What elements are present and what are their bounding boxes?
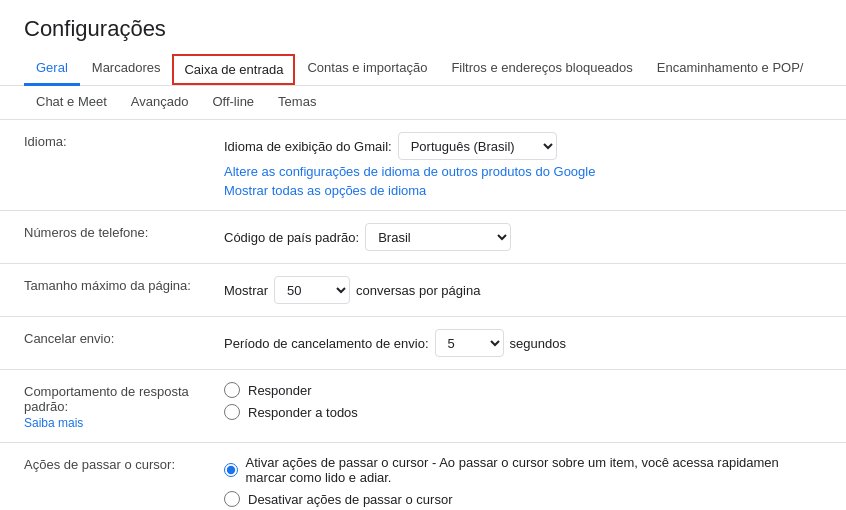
radio-ativar-label: Ativar ações de passar o cursor - Ao pas…	[246, 455, 822, 485]
radio-desativar-label: Desativar ações de passar o cursor	[248, 492, 452, 507]
acoes-radio-group: Ativar ações de passar o cursor - Ao pas…	[224, 455, 822, 507]
radio-ativar[interactable]: Ativar ações de passar o cursor - Ao pas…	[224, 455, 822, 485]
tab-chat-e-meet[interactable]: Chat e Meet	[24, 86, 119, 120]
cancelar-select[interactable]: 5 10 20 30	[435, 329, 504, 357]
label-tamanho: Tamanho máximo da página:	[24, 276, 224, 293]
idioma-sublabel: Idioma de exibição do Gmail:	[224, 139, 392, 154]
tamanho-select[interactable]: 10 15 20 25 50 100	[274, 276, 350, 304]
label-idioma: Idioma:	[24, 132, 224, 149]
cancelar-prefix: Período de cancelamento de envio:	[224, 336, 429, 351]
label-acoes: Ações de passar o cursor:	[24, 455, 224, 472]
tabs-row1: Geral Marcadores Caixa de entrada Contas…	[0, 52, 846, 86]
radio-responder[interactable]: Responder	[224, 382, 822, 398]
settings-row-tamanho: Tamanho máximo da página: Mostrar 10 15 …	[0, 264, 846, 317]
settings-row-cancelar: Cancelar envio: Período de cancelamento …	[0, 317, 846, 370]
idioma-link1[interactable]: Altere as configurações de idioma de out…	[224, 164, 822, 179]
tamanho-select-row: Mostrar 10 15 20 25 50 100 conversas por…	[224, 276, 822, 304]
page-title: Configurações	[0, 0, 846, 52]
telefone-sublabel: Código de país padrão:	[224, 230, 359, 245]
content-resposta: Responder Responder a todos	[224, 382, 822, 420]
settings-row-idioma: Idioma: Idioma de exibição do Gmail: Por…	[0, 120, 846, 211]
radio-responder-todos-label: Responder a todos	[248, 405, 358, 420]
settings-row-telefone: Números de telefone: Código de país padr…	[0, 211, 846, 264]
tab-caixa-de-entrada[interactable]: Caixa de entrada	[172, 54, 295, 85]
tab-marcadores[interactable]: Marcadores	[80, 52, 173, 86]
tab-avancado[interactable]: Avançado	[119, 86, 201, 120]
tamanho-prefix: Mostrar	[224, 283, 268, 298]
idioma-select-row: Idioma de exibição do Gmail: Português (…	[224, 132, 822, 160]
radio-responder-input[interactable]	[224, 382, 240, 398]
tabs-row2: Chat e Meet Avançado Off-line Temas	[0, 86, 846, 120]
saiba-mais-link[interactable]: Saiba mais	[24, 416, 208, 430]
tab-filtros[interactable]: Filtros e endereços bloqueados	[439, 52, 644, 86]
tab-temas[interactable]: Temas	[266, 86, 328, 120]
radio-desativar[interactable]: Desativar ações de passar o cursor	[224, 491, 822, 507]
content-acoes: Ativar ações de passar o cursor - Ao pas…	[224, 455, 822, 507]
telefone-select[interactable]: Brasil Estados Unidos Portugal Argentina	[365, 223, 511, 251]
tab-encaminhamento[interactable]: Encaminhamento e POP/	[645, 52, 816, 86]
radio-responder-todos[interactable]: Responder a todos	[224, 404, 822, 420]
radio-ativar-input[interactable]	[224, 462, 238, 478]
content-idioma: Idioma de exibição do Gmail: Português (…	[224, 132, 822, 198]
tab-off-line[interactable]: Off-line	[200, 86, 266, 120]
radio-desativar-input[interactable]	[224, 491, 240, 507]
resposta-radio-group: Responder Responder a todos	[224, 382, 822, 420]
cancelar-select-row: Período de cancelamento de envio: 5 10 2…	[224, 329, 822, 357]
label-cancelar: Cancelar envio:	[24, 329, 224, 346]
idioma-select[interactable]: Português (Brasil) English (US) Español …	[398, 132, 557, 160]
telefone-select-row: Código de país padrão: Brasil Estados Un…	[224, 223, 822, 251]
idioma-link2[interactable]: Mostrar todas as opções de idioma	[224, 183, 822, 198]
tamanho-suffix: conversas por página	[356, 283, 480, 298]
label-telefone: Números de telefone:	[24, 223, 224, 240]
radio-responder-label: Responder	[248, 383, 312, 398]
content-tamanho: Mostrar 10 15 20 25 50 100 conversas por…	[224, 276, 822, 304]
tab-geral[interactable]: Geral	[24, 52, 80, 86]
content-telefone: Código de país padrão: Brasil Estados Un…	[224, 223, 822, 251]
tab-contas-e-importacao[interactable]: Contas e importação	[295, 52, 439, 86]
settings-row-resposta: Comportamento de resposta padrão: Saiba …	[0, 370, 846, 443]
cancelar-suffix: segundos	[510, 336, 566, 351]
radio-responder-todos-input[interactable]	[224, 404, 240, 420]
settings-row-acoes: Ações de passar o cursor: Ativar ações d…	[0, 443, 846, 510]
content-cancelar: Período de cancelamento de envio: 5 10 2…	[224, 329, 822, 357]
label-resposta: Comportamento de resposta padrão: Saiba …	[24, 382, 224, 430]
